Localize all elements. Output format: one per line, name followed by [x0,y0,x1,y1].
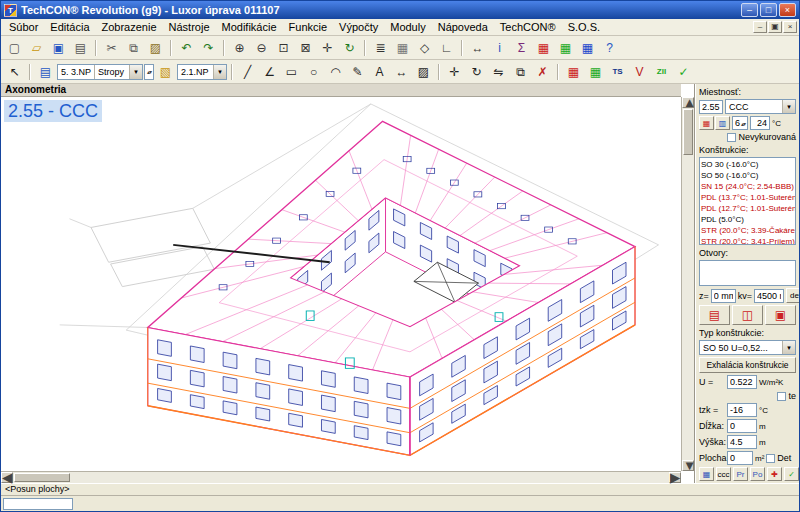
menu-edit-cia[interactable]: Editácia [44,20,95,34]
floor-combo[interactable]: 5. 3.NPStropy▾ [57,64,143,80]
mdi-minimize-button[interactable]: – [753,21,767,33]
horizontal-scroll-thumb[interactable] [14,473,70,482]
room-temp-input[interactable] [750,116,770,130]
scroll-up-button[interactable]: ▲ [682,97,694,108]
paste-button[interactable]: ▨ [145,38,166,58]
def-button[interactable]: def. [786,288,799,303]
horizontal-scrollbar[interactable]: ◀ ▶ [1,471,681,483]
u-value-input[interactable] [727,375,757,389]
scroll-left-button[interactable]: ◀ [1,472,13,483]
constructions-list[interactable]: SO 30 (-16.0°C)SO 50 (-16.0°C)SN 15 (24.… [699,157,796,245]
area-input[interactable] [727,451,753,465]
rectangle-button[interactable]: ▭ [281,62,302,82]
menu-modifik-cie[interactable]: Modifikácie [216,20,283,34]
menu-n-stroje[interactable]: Nástroje [163,20,216,34]
pan-button[interactable]: ✛ [317,38,338,58]
panel-add-button[interactable]: ✚ [767,467,782,481]
panel-check-button[interactable]: ✓ [784,467,799,481]
rotate-button[interactable]: ↻ [466,62,487,82]
room-number-input[interactable] [699,100,723,114]
scroll-right-button[interactable]: ▶ [669,472,681,483]
vertical-scrollbar[interactable]: ▲ ▼ [681,97,694,471]
mdi-close-button[interactable]: × [783,21,797,33]
menu-zobrazenie[interactable]: Zobrazenie [96,20,163,34]
polyline-button[interactable]: ∠ [259,62,280,82]
construction-item[interactable]: SO 50 (-16.0°C) [701,170,794,181]
menu-funkcie[interactable]: Funkcie [283,20,334,34]
construction-item[interactable]: PDL (12.7°C; 1.01-Suterén) [701,203,794,214]
close-button[interactable]: × [779,3,796,17]
grid-button[interactable]: ▦ [392,38,413,58]
room-fill-green-button[interactable]: ▦ [585,62,606,82]
select-button[interactable]: ↖ [4,62,25,82]
level-combo[interactable]: 2.1.NP▾ [177,64,227,80]
copy-button[interactable]: ⧉ [123,38,144,58]
line-button[interactable]: ╱ [237,62,258,82]
move-button[interactable]: ✛ [444,62,465,82]
unheated-checkbox[interactable] [727,133,736,142]
menu-s-o-s[interactable]: S.O.S. [562,20,606,34]
layers-button[interactable]: ≣ [370,38,391,58]
open-button[interactable]: ▱ [26,38,47,58]
dimension-button[interactable]: ↔ [391,62,412,82]
construction-item[interactable]: STR (20.0°C; 3.39-Čakáreň, čak [701,225,794,236]
maximize-button[interactable]: □ [760,3,777,17]
redo-button[interactable]: ↷ [198,38,219,58]
zoom-in-button[interactable]: ⊕ [229,38,250,58]
construction-item[interactable]: PDL (13.7°C; 1.01-Suterén) [701,192,794,203]
minimize-button[interactable]: – [741,3,758,17]
panel-ccc-button[interactable]: ccc [716,467,731,481]
zoom-window-button[interactable]: ⊡ [273,38,294,58]
menu-n-poveda[interactable]: Nápoveda [432,20,494,34]
vertical-scroll-thumb[interactable] [683,109,693,155]
help-button[interactable]: ? [599,38,620,58]
ortho-button[interactable]: ∟ [436,38,457,58]
mdi-restore-button[interactable]: ▣ [768,21,782,33]
module-red-button[interactable]: ▦ [533,38,554,58]
panel-po-button[interactable]: Po [750,467,765,481]
chevron-down-icon[interactable]: ▾ [782,341,795,354]
title-bar[interactable]: T TechCON® Revolution (g9) - Luxor úprav… [1,1,799,19]
construction-item[interactable]: SO 30 (-16.0°C) [701,159,794,170]
spinner-arrows-icon[interactable]: ▴▾ [741,120,745,127]
pencil-button[interactable]: ✎ [347,62,368,82]
construction-type-combo[interactable]: SO 50 U=0,52... ▾ [699,340,796,355]
tzk-value-input[interactable] [727,403,757,417]
menu-techcon[interactable]: TechCON® [494,20,562,34]
cad-viewport[interactable] [1,97,681,471]
zoom-out-button[interactable]: ⊖ [251,38,272,58]
apply-button[interactable]: ✓ [673,62,694,82]
module-blue-button[interactable]: ▦ [577,38,598,58]
delete-button[interactable]: ✗ [532,62,553,82]
command-input[interactable] [3,498,73,510]
menu-moduly[interactable]: Moduly [384,20,431,34]
new-button[interactable]: ▢ [4,38,25,58]
cut-button[interactable]: ✂ [101,38,122,58]
measure-button[interactable]: ↔ [467,38,488,58]
room-list-button[interactable]: ▥ [715,116,730,130]
module-green-button[interactable]: ▦ [555,38,576,58]
scroll-down-button[interactable]: ▼ [682,460,694,471]
construction-item[interactable]: SN 15 (24.0°C; 2.54-BBB) [701,181,794,192]
height-input[interactable] [727,435,757,449]
menu-v-po-ty[interactable]: Výpočty [333,20,384,34]
snap-button[interactable]: ◇ [414,38,435,58]
v-button[interactable]: V [629,62,650,82]
floors-button[interactable]: ▤ [35,62,56,82]
save-button[interactable]: ▣ [48,38,69,58]
info-button[interactable]: i [489,38,510,58]
hatch-button[interactable]: ▨ [413,62,434,82]
zoom-extents-button[interactable]: ⊠ [295,38,316,58]
print-button[interactable]: ▤ [70,38,91,58]
floor-spinner[interactable]: ▴▾ [144,64,154,80]
room-color-button[interactable]: ▦ [699,116,714,130]
undo-button[interactable]: ↶ [176,38,197,58]
copy-object-button[interactable]: ⧉ [510,62,531,82]
arc-button[interactable]: ◠ [325,62,346,82]
redraw-button[interactable]: ↻ [339,38,360,58]
tab-walls[interactable]: ▤ [699,305,730,325]
menu-s-bor[interactable]: Súbor [3,20,44,34]
room-fill-red-button[interactable]: ▦ [563,62,584,82]
kv-input[interactable] [754,289,784,303]
panel-grid-button[interactable]: ▦ [699,467,714,481]
